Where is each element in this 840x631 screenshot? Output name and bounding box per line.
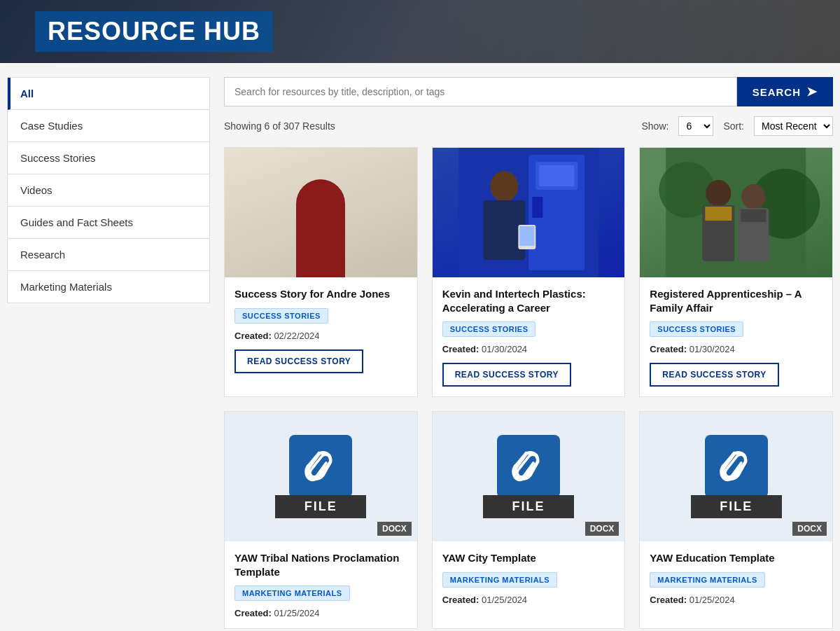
main-layout: All Case Studies Success Stories Videos …: [0, 63, 840, 631]
card-kevin: Kevin and Intertech Plastics: Accelerati…: [432, 147, 626, 397]
created-date: 01/30/2024: [482, 344, 527, 354]
file-clip-icon-edu: [705, 435, 768, 498]
created-date: 01/25/2024: [482, 595, 527, 605]
search-arrow-icon: ➤: [806, 84, 818, 99]
card-badge-andre: SUCCESS STORIES: [234, 308, 328, 324]
read-story-button-andre[interactable]: READ SUCCESS STORY: [234, 349, 363, 373]
search-button-label: SEARCH: [752, 86, 801, 98]
file-clip-icon: [289, 435, 352, 498]
sort-select[interactable]: Most Recent Oldest First A-Z Z-A: [754, 116, 833, 136]
sidebar-item-marketing[interactable]: Marketing Materials: [8, 271, 209, 303]
paperclip-icon-city: [509, 448, 547, 486]
search-input[interactable]: [224, 77, 737, 106]
card-body-city: YAW City Template MARKETING MATERIALS Cr…: [433, 541, 625, 628]
hero-banner: RESOURCE HUB: [0, 0, 840, 63]
card-badge-family: SUCCESS STORIES: [650, 321, 743, 337]
svg-rect-21: [706, 207, 732, 221]
created-label: Created:: [234, 331, 272, 341]
file-label-city: FILE: [483, 495, 574, 518]
sidebar-item-case-studies[interactable]: Case Studies: [8, 110, 209, 142]
svg-rect-13: [519, 226, 534, 246]
file-icon-tribal: FILE: [275, 435, 366, 518]
svg-point-17: [706, 180, 732, 207]
page-title: RESOURCE HUB: [35, 11, 273, 52]
card-badge-city: MARKETING MATERIALS: [442, 572, 558, 588]
results-controls: Show: 6 12 24 Sort: Most Recent Oldest F…: [642, 116, 834, 136]
svg-rect-22: [741, 209, 766, 222]
created-date: 01/25/2024: [274, 608, 319, 618]
svg-rect-9: [532, 197, 542, 218]
card-badge-education: MARKETING MATERIALS: [650, 572, 765, 588]
sidebar-item-guides[interactable]: Guides and Fact Sheets: [8, 207, 209, 239]
file-icon-city: FILE: [483, 435, 574, 518]
card-title-andre: Success Story for Andre Jones: [234, 287, 407, 301]
created-label: Created:: [234, 608, 272, 618]
card-title-kevin: Kevin and Intertech Plastics: Accelerati…: [442, 287, 615, 314]
sidebar-item-success-stories[interactable]: Success Stories: [8, 142, 209, 174]
sidebar-nav: All Case Studies Success Stories Videos …: [7, 77, 210, 629]
sidebar-item-all[interactable]: All: [8, 78, 209, 110]
created-label: Created:: [442, 344, 479, 354]
card-meta-andre: Created: 02/22/2024: [234, 331, 407, 341]
docx-badge-edu: DOCX: [792, 522, 827, 536]
file-label: FILE: [275, 495, 366, 518]
results-count: Showing 6 of 307 Results: [224, 120, 335, 132]
sort-label: Sort:: [723, 120, 744, 132]
card-meta-family: Created: 01/30/2024: [650, 344, 822, 354]
svg-point-19: [742, 184, 766, 209]
card-image-kevin: [433, 148, 625, 277]
created-label: Created:: [650, 595, 687, 605]
card-title-tribal: YAW Tribal Nations Proclamation Template: [234, 551, 407, 578]
created-date: 02/22/2024: [274, 331, 319, 341]
svg-point-0: [311, 193, 331, 214]
card-image-andre: [225, 148, 417, 277]
card-body-kevin: Kevin and Intertech Plastics: Accelerati…: [433, 277, 625, 396]
paperclip-icon: [302, 448, 340, 486]
file-icon-education: FILE: [691, 435, 782, 518]
card-body-tribal: YAW Tribal Nations Proclamation Template…: [225, 541, 417, 628]
card-city: FILE DOCX YAW City Template MARKETING MA…: [432, 411, 626, 629]
card-title-city: YAW City Template: [442, 551, 615, 565]
file-clip-icon-city: [497, 435, 560, 498]
main-content: SEARCH ➤ Showing 6 of 307 Results Show: …: [224, 77, 833, 629]
paperclip-icon-edu: [717, 448, 755, 486]
svg-rect-1: [305, 213, 337, 266]
card-image-family: [640, 148, 832, 277]
card-education: FILE DOCX YAW Education Template MARKETI…: [639, 411, 833, 629]
card-meta-kevin: Created: 01/30/2024: [442, 344, 615, 354]
created-label: Created:: [442, 595, 479, 605]
file-label-edu: FILE: [691, 495, 782, 518]
card-andre-jones: Success Story for Andre Jones SUCCESS ST…: [224, 147, 418, 397]
card-body-education: YAW Education Template MARKETING MATERIA…: [640, 541, 832, 628]
card-badge-tribal: MARKETING MATERIALS: [234, 585, 350, 601]
sidebar-nav-list: All Case Studies Success Stories Videos …: [7, 77, 210, 303]
show-select[interactable]: 6 12 24: [678, 116, 713, 136]
svg-rect-8: [539, 165, 574, 186]
card-body-andre: Success Story for Andre Jones SUCCESS ST…: [225, 277, 417, 396]
card-tribal: FILE DOCX YAW Tribal Nations Proclamatio…: [224, 411, 418, 629]
card-family: Registered Apprenticeship – A Family Aff…: [639, 147, 833, 397]
sidebar-item-research[interactable]: Research: [8, 239, 209, 271]
results-bar: Showing 6 of 307 Results Show: 6 12 24 S…: [224, 116, 833, 136]
search-button[interactable]: SEARCH ➤: [737, 77, 833, 106]
card-meta-city: Created: 01/25/2024: [442, 595, 615, 605]
card-title-education: YAW Education Template: [650, 551, 822, 565]
card-file-tribal: FILE DOCX: [225, 412, 417, 541]
sidebar-item-videos[interactable]: Videos: [8, 174, 209, 207]
card-file-education: FILE DOCX: [640, 412, 832, 541]
svg-rect-2: [314, 213, 328, 266]
created-date: 01/25/2024: [690, 595, 735, 605]
card-body-family: Registered Apprenticeship – A Family Aff…: [640, 277, 832, 396]
card-meta-education: Created: 01/25/2024: [650, 595, 822, 605]
search-bar: SEARCH ➤: [224, 77, 833, 106]
read-story-button-kevin[interactable]: READ SUCCESS STORY: [442, 363, 571, 387]
card-title-family: Registered Apprenticeship – A Family Aff…: [650, 287, 822, 314]
created-date: 01/30/2024: [690, 344, 735, 354]
svg-point-10: [490, 171, 518, 202]
card-file-city: FILE DOCX: [433, 412, 625, 541]
created-label: Created:: [650, 344, 687, 354]
cards-grid: Success Story for Andre Jones SUCCESS ST…: [224, 147, 833, 629]
docx-badge-tribal: DOCX: [377, 522, 412, 536]
read-story-button-family[interactable]: READ SUCCESS STORY: [650, 363, 778, 387]
docx-badge-city: DOCX: [585, 522, 620, 536]
